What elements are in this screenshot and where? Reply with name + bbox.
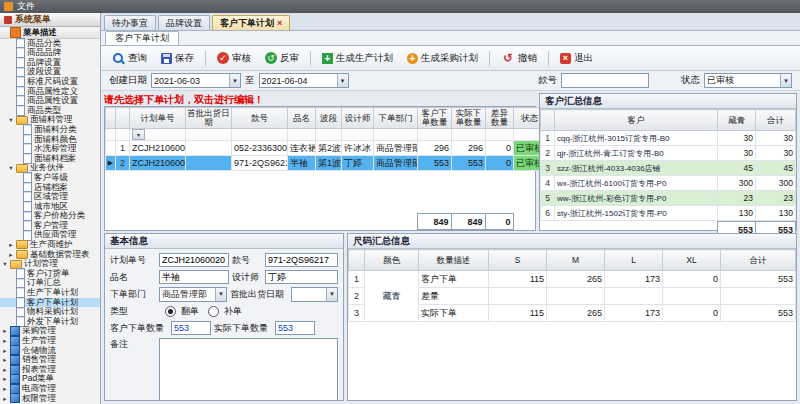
- sidebar-item-波段设置[interactable]: 波段设置: [0, 67, 100, 77]
- first-ship-date-input[interactable]: [291, 287, 338, 302]
- bottom-area: 基本信息 计划单号 款号 品名 设计师: [101, 233, 800, 404]
- menu-file[interactable]: 文件: [17, 0, 35, 13]
- sidebar-item-商品属性设置[interactable]: 商品属性设置: [0, 96, 100, 106]
- sidebar-item-生产商维护[interactable]: ▸生产商维护: [0, 240, 100, 250]
- save-button[interactable]: 保存: [155, 48, 200, 68]
- status-value: 已审核: [707, 74, 780, 87]
- cust-qty-input[interactable]: [171, 321, 211, 335]
- cell-m: [547, 288, 605, 305]
- designer-input[interactable]: [265, 270, 338, 284]
- sidebar-item-商品品牌[interactable]: 商品品牌: [0, 48, 100, 58]
- tab-品牌设置[interactable]: 品牌设置: [158, 15, 210, 30]
- sidebar-item-商品类型[interactable]: 商品类型: [0, 106, 100, 116]
- tab-待办事宜[interactable]: 待办事宜: [104, 15, 156, 30]
- customer-row[interactable]: 6sty-浙江杭州-1502订货专用-P0130130: [541, 206, 796, 221]
- sidebar-item-供应商管理[interactable]: 供应商管理: [0, 230, 100, 240]
- sidebar-item-面辅料管理[interactable]: ▾面辅料管理: [0, 115, 100, 125]
- remark-textarea[interactable]: [159, 338, 338, 400]
- doc-icon: [16, 105, 25, 116]
- column-header: 首批出货日期: [186, 108, 232, 129]
- sidebar-item-Pad菜单[interactable]: ▸Pad菜单: [0, 374, 100, 384]
- calendar-dropdown-icon[interactable]: [229, 74, 240, 87]
- tab-close-icon[interactable]: ×: [277, 18, 282, 28]
- sidebar-item-城市地区[interactable]: 城市地区: [0, 202, 100, 212]
- sidebar-item-标准尺码设置[interactable]: 标准尺码设置: [0, 77, 100, 87]
- cell-style_no: 971-2QS96217: [232, 156, 288, 171]
- exit-button[interactable]: ×退出: [554, 48, 599, 68]
- date-to-input[interactable]: 2021-06-04: [259, 73, 349, 88]
- dept-select[interactable]: 商品管理部: [159, 287, 227, 302]
- type-label: 类型: [110, 305, 156, 318]
- window-body: 系统菜单 菜单描述商品分类商品品牌品牌设置波段设置标准尺码设置商品属性定义商品属…: [0, 13, 800, 404]
- sidebar-item-采购管理[interactable]: ▸采购管理: [0, 326, 100, 336]
- sidebar-item-水洗标管理[interactable]: 水洗标管理: [0, 144, 100, 154]
- sidebar-item-生产管理[interactable]: ▸生产管理: [0, 336, 100, 346]
- cell-designer: 丁婷: [342, 156, 374, 171]
- undo-button[interactable]: ↺撤销: [495, 48, 543, 68]
- filter-dropdown-icon[interactable]: ▾: [132, 129, 145, 140]
- sidebar-item-label: 订单汇总: [27, 278, 61, 288]
- sidebar-item-label: 面辅料管理: [30, 115, 73, 125]
- sidebar-item-菜单描述[interactable]: 菜单描述: [0, 28, 100, 39]
- sidebar-item-店铺档案[interactable]: 店铺档案: [0, 183, 100, 193]
- sidebar-item-销售管理[interactable]: ▸销售管理: [0, 355, 100, 365]
- sidebar-item-报表管理[interactable]: ▸报表管理: [0, 365, 100, 375]
- tab-客户下单计划[interactable]: 客户下单计划×: [212, 15, 290, 30]
- unaudit-button[interactable]: ↺反审: [259, 48, 305, 68]
- style-no-filter-input[interactable]: [561, 73, 649, 88]
- sidebar-item-商品分类[interactable]: 商品分类: [0, 39, 100, 49]
- sidebar-item-权限管理[interactable]: ▸权限管理: [0, 394, 100, 404]
- sidebar-item-区域管理[interactable]: 区域管理: [0, 192, 100, 202]
- gen-production-button[interactable]: +生成生产计划: [316, 48, 399, 68]
- sidebar-item-客户管理[interactable]: 客户管理: [0, 221, 100, 231]
- sidebar-item-订单汇总[interactable]: 订单汇总: [0, 278, 100, 288]
- actual-qty-input[interactable]: [275, 321, 315, 335]
- size-row[interactable]: 1藏青客户下单1152651730553: [349, 271, 796, 288]
- sidebar-item-物料采购计划[interactable]: 物料采购计划: [0, 307, 100, 317]
- radio-reorder[interactable]: [165, 306, 176, 317]
- sidebar-item-仓储物流[interactable]: ▸仓储物流: [0, 346, 100, 356]
- sidebar-item-客户下单计划[interactable]: 客户下单计划: [0, 298, 100, 308]
- sidebar-item-生产下单计划[interactable]: 生产下单计划: [0, 288, 100, 298]
- subtab-customer-order-plan[interactable]: 客户下单计划: [105, 31, 179, 45]
- radio-supplement[interactable]: [208, 306, 219, 317]
- calendar-dropdown-icon[interactable]: [326, 288, 337, 301]
- sidebar-item-客户价格分类[interactable]: 客户价格分类: [0, 211, 100, 221]
- sidebar-item-面辅料颜色[interactable]: 面辅料颜色: [0, 135, 100, 145]
- tree-expand-icon: ▸: [2, 394, 8, 404]
- sidebar-item-面辅料分类[interactable]: 面辅料分类: [0, 125, 100, 135]
- toolbar-button-label: 查询: [128, 52, 147, 65]
- customer-row[interactable]: 5ww-浙江杭州-彩色订货专用-P02323: [541, 191, 796, 206]
- order-plan-table: 计划单号首批出货日期款号品名波段设计师下单部门客户下单数量实际下单数量差异数量状…: [105, 107, 546, 171]
- gen-purchase-button[interactable]: +生成采购计划: [401, 48, 484, 68]
- product-input[interactable]: [159, 270, 229, 284]
- sidebar-item-客户订货单[interactable]: 客户订货单: [0, 269, 100, 279]
- sidebar-item-商品属性定义[interactable]: 商品属性定义: [0, 87, 100, 97]
- customer-row[interactable]: 4wx-浙江杭州-6100订货专用-P0300300: [541, 176, 796, 191]
- date-from-input[interactable]: 2021-06-03: [151, 73, 241, 88]
- order-plan-row[interactable]: 1ZCJH21060024052-23363006-1连衣裙第2波许冰冰商品管理…: [106, 141, 546, 156]
- plan-no-input[interactable]: [159, 253, 229, 267]
- sidebar-item-面辅料档案[interactable]: 面辅料档案: [0, 154, 100, 164]
- customer-row[interactable]: 3szz-浙江杭州-4033-4036店铺4545: [541, 161, 796, 176]
- customer-row[interactable]: 2qjr-浙江杭州-青工订货专用-B03030: [541, 146, 796, 161]
- sidebar-item-业务伙伴[interactable]: ▾业务伙伴: [0, 163, 100, 173]
- sidebar-item-电商管理[interactable]: ▸电商管理: [0, 384, 100, 394]
- sidebar-item-label: 生产下单计划: [27, 288, 78, 298]
- order-plan-row[interactable]: ▶2ZCJH21060020971-2QS96217半袖第1波丁婷商品管理部55…: [106, 156, 546, 171]
- sidebar-item-外发下单计划[interactable]: 外发下单计划: [0, 317, 100, 327]
- sidebar-item-客户等级[interactable]: 客户等级: [0, 173, 100, 183]
- cell-diff_qty: 0: [486, 141, 514, 156]
- calendar-dropdown-icon[interactable]: [337, 74, 348, 87]
- grid-empty-area: [348, 322, 796, 400]
- customer-row[interactable]: 1cqq-浙江杭州-3015订货专用-B03030: [541, 131, 796, 146]
- chevron-down-icon[interactable]: [215, 288, 226, 301]
- sidebar-item-计划管理[interactable]: ▾计划管理: [0, 259, 100, 269]
- status-select[interactable]: 已审核: [704, 73, 792, 88]
- search-button[interactable]: 查询: [105, 48, 153, 68]
- sidebar-item-基础数据管理表[interactable]: ▸基础数据管理表: [0, 250, 100, 260]
- style-no-input[interactable]: [265, 253, 338, 267]
- chevron-down-icon[interactable]: [780, 74, 791, 87]
- sidebar-item-品牌设置[interactable]: 品牌设置: [0, 58, 100, 68]
- audit-button[interactable]: ✓审核: [211, 48, 257, 68]
